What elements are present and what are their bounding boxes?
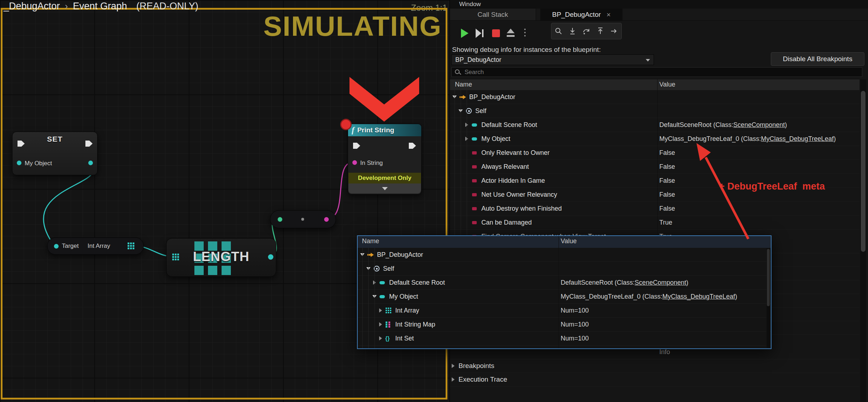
table-row[interactable]: My ObjectMyClass_DebugTreeLeaf_0 (Class:… <box>450 132 859 146</box>
breadcrumb-page[interactable]: Event Graph <box>73 1 127 12</box>
bool-icon <box>471 191 479 198</box>
column-header-name[interactable]: Name <box>455 81 472 88</box>
row-value: Num=100 <box>561 332 589 345</box>
row-value: False <box>659 188 675 201</box>
app-window: SET My Object Target Int Array LENGTH <box>0 0 868 402</box>
int-in-pin[interactable] <box>278 217 282 222</box>
object-icon <box>379 293 387 300</box>
breadcrumb-root[interactable]: _DebugActor <box>4 1 60 12</box>
scrollbar-thumb[interactable] <box>767 249 770 306</box>
expander-icon[interactable] <box>377 332 384 345</box>
print-string-header: f Print String <box>348 124 421 136</box>
column-header-value[interactable]: Value <box>659 81 675 88</box>
search-input[interactable] <box>464 68 862 76</box>
table-row[interactable]: Default Scene RootDefaultSceneRoot (Clas… <box>358 276 771 290</box>
table-row[interactable]: Self <box>450 104 859 118</box>
step-into-button[interactable] <box>568 27 577 35</box>
object-out-pin[interactable] <box>88 161 93 165</box>
more-options-icon[interactable] <box>524 29 526 30</box>
to-string-conversion-node[interactable] <box>270 210 336 228</box>
array-length-node[interactable]: LENGTH <box>166 238 276 277</box>
row-name: Default Scene Root <box>481 121 537 129</box>
in-string-pin[interactable] <box>352 160 357 165</box>
table-row[interactable]: Int ArrayNum=100 <box>358 304 771 318</box>
int-array-get-node[interactable]: Target Int Array <box>47 237 144 255</box>
row-value: False <box>659 174 675 187</box>
expander-icon[interactable] <box>450 373 456 386</box>
popup-scrollbar[interactable] <box>767 248 770 348</box>
row-value: True <box>659 216 672 229</box>
window-menu[interactable]: Window <box>459 1 481 8</box>
print-string-node[interactable]: f Print String In String Development Onl… <box>348 124 422 195</box>
table-row[interactable]: Always RelevantFalse <box>450 160 859 174</box>
eject-button[interactable] <box>506 29 515 38</box>
table-row[interactable]: Auto Destroy when FinishedFalse <box>450 202 859 216</box>
table-row[interactable]: Self <box>358 262 771 276</box>
class-link[interactable]: SceneComponent <box>635 279 686 286</box>
indent-guide <box>375 248 375 349</box>
row-name: Auto Destroy when Finished <box>481 205 562 212</box>
table-row[interactable]: Only Relevant to OwnerFalse <box>450 146 859 160</box>
length-out-pin[interactable] <box>268 254 273 260</box>
search-icon <box>455 69 461 75</box>
breakpoint-indicator[interactable] <box>340 119 352 130</box>
find-node-icon[interactable] <box>554 27 563 35</box>
scrollbar-thumb[interactable] <box>861 91 865 252</box>
blueprint-instance-dropdown[interactable]: BP_DebugActor <box>451 54 654 65</box>
string-out-pin[interactable] <box>324 217 329 222</box>
table-row[interactable]: Only Relevant to OwnerFalse <box>358 345 771 349</box>
row-value: MyClass_DebugTreeLeaf_0 (Class: MyClass_… <box>659 132 836 146</box>
array-grid-icon[interactable] <box>128 242 129 244</box>
table-row[interactable]: Default Scene RootDefaultSceneRoot (Clas… <box>450 118 859 132</box>
frame-skip-button[interactable] <box>476 29 484 38</box>
row-value: False <box>659 146 675 160</box>
class-link[interactable]: SceneComponent <box>733 121 785 129</box>
exec-in-pin[interactable] <box>353 143 360 149</box>
step-over-button[interactable] <box>582 27 591 35</box>
breadcrumb[interactable]: _DebugActor › Event Graph (READ-ONLY) <box>4 1 198 12</box>
search-box[interactable] <box>451 67 862 77</box>
simulating-watermark: SIMULATING <box>263 10 442 43</box>
set-node[interactable]: SET My Object <box>12 132 98 175</box>
resume-button[interactable] <box>461 29 468 38</box>
popup-table-header: Name Value <box>358 236 771 248</box>
row-name: Default Scene Root <box>389 279 445 286</box>
column-header-value[interactable]: Value <box>561 237 577 245</box>
expander-icon[interactable] <box>450 359 456 373</box>
tab-bp-debugactor[interactable]: BP_DebugActor × <box>540 9 623 20</box>
step-out-button[interactable] <box>596 27 605 35</box>
tab-call-stack[interactable]: Call Stack <box>450 9 536 20</box>
node-expand-strip[interactable] <box>348 183 421 193</box>
disable-all-breakpoints-button[interactable]: Disable All Breakpoints <box>771 52 864 66</box>
table-row[interactable]: Int String MapNum=100 <box>358 318 771 332</box>
class-link[interactable]: MyClass_DebugTreeLeaf <box>761 135 833 143</box>
stop-button[interactable] <box>492 29 500 37</box>
array-in-pin[interactable] <box>172 254 174 255</box>
vertical-scrollbar[interactable] <box>860 79 866 402</box>
exec-out-pin[interactable] <box>409 143 416 149</box>
debug-execution-chevron-icon <box>349 77 419 122</box>
execution-trace-section-row[interactable]: Execution Trace <box>450 373 859 387</box>
table-row[interactable]: {}Int SetNum=100 <box>358 332 771 345</box>
breakpoints-section-row[interactable]: Breakpoints <box>450 359 859 373</box>
conversion-dot-icon <box>301 218 304 221</box>
column-header-name[interactable]: Name <box>362 237 379 245</box>
object-in-pin[interactable] <box>17 161 21 165</box>
expander-icon[interactable] <box>377 318 384 331</box>
length-node-title: LENGTH <box>167 249 276 264</box>
target-pin-label: Target <box>62 242 79 250</box>
table-row[interactable]: BP_DebugActor <box>358 248 771 262</box>
target-pin[interactable] <box>54 244 59 249</box>
continue-button[interactable] <box>610 27 619 35</box>
table-row[interactable]: BP_DebugActor <box>450 90 859 104</box>
row-value: MyClass_DebugTreeLeaf_0 (Class: MyClass_… <box>561 290 737 303</box>
chevron-down-icon <box>646 59 650 62</box>
close-icon[interactable]: × <box>606 11 611 18</box>
row-value: Num=100 <box>561 318 589 331</box>
row-name: BP_DebugActor <box>377 251 423 259</box>
class-link[interactable]: MyClass_DebugTreeLeaf <box>662 293 735 300</box>
table-row[interactable]: Can be DamagedTrue <box>450 216 859 230</box>
chevron-down-icon <box>382 187 388 190</box>
table-row[interactable]: My ObjectMyClass_DebugTreeLeaf_0 (Class:… <box>358 290 771 304</box>
expander-icon[interactable] <box>377 304 384 317</box>
